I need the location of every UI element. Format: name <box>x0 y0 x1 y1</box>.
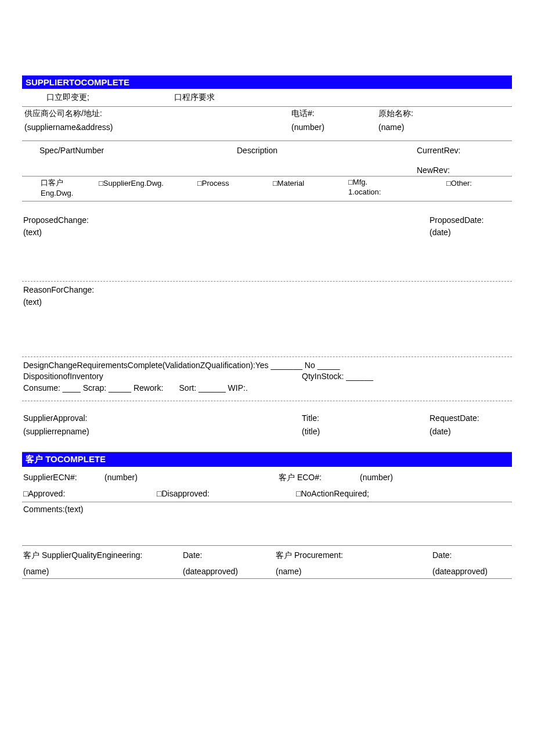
immediate-change-option[interactable]: 口立即变更; <box>46 92 174 103</box>
scrap-field[interactable]: Scrap: <box>83 383 106 393</box>
disposition-row1: DispositionofInventory QtyInStock: _____… <box>22 372 512 381</box>
supplier-approval-row: SupplierApproval: (supplierrepname) Titl… <box>22 409 512 452</box>
proposed-change-box: ProposedChange: (text) ProposedDate: (da… <box>22 212 512 282</box>
decision-row: □Approved: □Disapproved: □NoActionRequir… <box>22 487 512 502</box>
supplier-contact-values: (suppliername&address) (number) (name) <box>22 121 512 141</box>
consume-field[interactable]: Consume: <box>23 383 60 393</box>
sa-title-value[interactable]: (title) <box>302 425 418 438</box>
rework-field[interactable]: Rework: <box>134 383 163 393</box>
supplier-approval-label: SupplierApproval: <box>23 412 302 424</box>
customer-eng-dwg-option-l1[interactable]: 口客户 <box>41 178 99 188</box>
no-action-option[interactable]: □NoActionRequired; <box>296 489 511 498</box>
supplier-ecn-value[interactable]: (number) <box>104 473 279 483</box>
cust-eco-label: 客户 ECO#: <box>279 473 360 483</box>
orig-name-value[interactable]: (name) <box>378 123 510 132</box>
proc-label: 客户 Procurement: <box>276 550 432 561</box>
proposed-change-label: ProposedChange: <box>23 214 418 226</box>
customer-eng-dwg-option-l2: Eng.Dwg. <box>41 188 99 199</box>
wip-field[interactable]: WIP:. <box>228 383 248 393</box>
design-req-text[interactable]: DesignChangeRequirementsComplete(Validat… <box>23 361 340 370</box>
mfg-location-option-l2: 1.ocation: <box>348 188 406 197</box>
supplier-header: SUPPLIERTOCOMPLETE <box>22 75 150 89</box>
supplier-name-addr-label: 供应商公司名称/地址: <box>24 109 287 119</box>
supplier-name-addr-value[interactable]: (suppliername&address) <box>24 123 287 132</box>
current-rev-label: CurrentRev: <box>399 146 512 155</box>
supplier-ecn-label: SupplierECN#: <box>23 473 104 483</box>
orig-name-label: 原始名称: <box>378 109 510 119</box>
proposed-date-value[interactable]: (date) <box>430 226 511 239</box>
procedure-request-option[interactable]: 口程序要求 <box>174 92 511 103</box>
spec-part-label: Spec/PartNumber <box>39 146 237 155</box>
phone-label: 电话#: <box>291 109 374 119</box>
sq-date-label: Date: <box>183 550 276 561</box>
supplier-eng-dwg-option[interactable]: □SupplierEng.Dwg. <box>99 178 197 199</box>
disapproved-option[interactable]: □Disapproved: <box>157 489 296 498</box>
new-rev-row: NewRev: <box>22 165 512 177</box>
comments-box[interactable]: Comments:(text) <box>22 502 512 546</box>
sort-field[interactable]: Sort: <box>179 383 197 393</box>
design-requirements-line: DesignChangeRequirementsComplete(Validat… <box>22 357 512 372</box>
other-option[interactable]: □Other: <box>406 178 512 199</box>
qty-in-stock[interactable]: QtyInStock: ______ <box>302 372 511 381</box>
disposition-label: DispositionofInventory <box>23 372 302 381</box>
supplier-contact-row: 供应商公司名称/地址: 电话#: 原始名称: <box>22 107 512 121</box>
proposed-change-value[interactable]: (text) <box>23 226 418 239</box>
change-area-row: 口客户 Eng.Dwg. □SupplierEng.Dwg. □Process … <box>22 177 512 201</box>
spec-row: Spec/PartNumber Description CurrentRev: <box>22 141 512 165</box>
sq-name[interactable]: (name) <box>23 567 183 576</box>
reason-box: ReasonForChange: (text) <box>22 282 512 357</box>
description-label: Description <box>237 146 399 155</box>
approved-option[interactable]: □Approved: <box>23 489 157 498</box>
disposition-row2: Consume: ____ Scrap: _____ Rework: Sort:… <box>22 381 512 401</box>
proposed-date-label: ProposedDate: <box>430 214 511 226</box>
sq-label: 客户 SupplierQualityEngineering: <box>23 550 183 561</box>
change-type-row: 口立即变更; 口程序要求 <box>22 89 512 107</box>
phone-value[interactable]: (number) <box>291 123 374 132</box>
reason-value[interactable]: (text) <box>23 296 511 308</box>
sa-date-label: RequestDate: <box>430 412 511 424</box>
ecn-row: SupplierECN#: (number) 客户 ECO#: (number) <box>22 467 512 487</box>
new-rev-label: NewRev: <box>399 165 512 176</box>
cust-eco-value[interactable]: (number) <box>360 473 511 483</box>
sq-date-value[interactable]: (dateapproved) <box>183 567 276 576</box>
reason-label: ReasonForChange: <box>23 284 511 296</box>
sa-date-value[interactable]: (date) <box>430 425 511 438</box>
customer-header: 客户 TOCOMPLETE <box>22 452 512 467</box>
sa-title-label: Title: <box>302 412 418 424</box>
material-option[interactable]: □Material <box>273 178 348 199</box>
supplier-header-row: SUPPLIERTOCOMPLETE <box>22 75 512 89</box>
proc-name[interactable]: (name) <box>276 567 432 576</box>
cust-signatures-values: (name) (dateapproved) (name) (dateapprov… <box>22 561 512 579</box>
proc-date-value[interactable]: (dateapproved) <box>432 567 511 576</box>
supplier-approval-value[interactable]: (supplierrepname) <box>23 425 302 438</box>
blue-bar <box>150 75 512 89</box>
comments-label: Comments:(text) <box>23 505 83 514</box>
process-option[interactable]: □Process <box>197 178 273 199</box>
proc-date-label: Date: <box>432 550 511 561</box>
cust-signatures-labels: 客户 SupplierQualityEngineering: Date: 客户 … <box>22 546 512 561</box>
mfg-location-option-l1[interactable]: □Mfg. <box>348 178 406 188</box>
